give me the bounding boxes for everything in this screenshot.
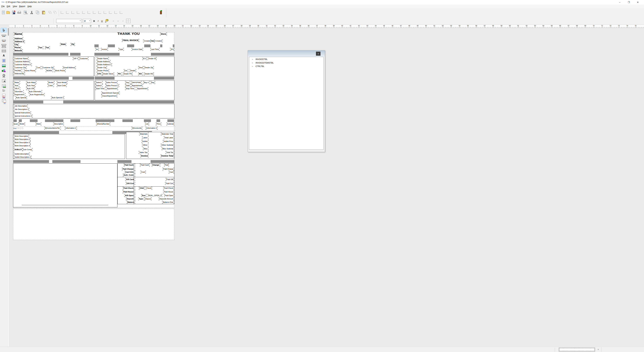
- items-if-expression1[interactable]: If(InvoiceItemsTbl.: [44, 127, 61, 130]
- col-inv[interactable]: Inv: [95, 48, 99, 51]
- menu-edit[interactable]: Edit: [6, 5, 11, 8]
- band-separator[interactable]: [150, 160, 174, 163]
- customer-state-field[interactable]: Cust: [36, 66, 41, 69]
- band-separator[interactable]: [70, 119, 80, 122]
- group-band-tool[interactable]: [0, 43, 7, 48]
- sub-comp-field[interactable]: Sub Comp: [22, 148, 32, 151]
- col-last-time[interactable]: Last Time: [150, 48, 160, 51]
- band-separator[interactable]: [63, 101, 174, 103]
- dealer-stock-field[interactable]: Dealer Stock: [102, 72, 114, 75]
- band-separator[interactable]: [127, 44, 134, 47]
- information1-field[interactable]: Information 1: [65, 127, 77, 130]
- stop-time-field[interactable]: Appointment: [136, 87, 148, 90]
- band-separator[interactable]: [144, 44, 150, 47]
- special-instructions-field[interactable]: Special Instructions: [14, 111, 31, 114]
- items-col-price[interactable]: Price: [156, 122, 161, 125]
- job-description2-field[interactable]: Job Description 2: [14, 108, 29, 111]
- table-item-invoiceitemstbl[interactable]: INVOICEITEMSTBL: [256, 62, 274, 64]
- band-separator[interactable]: [160, 44, 162, 47]
- band-separator[interactable]: [13, 53, 68, 56]
- materials-total-field[interactable]: Materials Total: [161, 133, 174, 135]
- work-description4-field[interactable]: Work Description 4: [14, 144, 31, 147]
- date-label[interactable]: Date:: [125, 84, 131, 87]
- deposit-type-field[interactable]: Deposi: [144, 197, 152, 200]
- materials-label[interactable]: Materials:: [139, 133, 148, 135]
- registration-label[interactable]: Registration:: [14, 93, 26, 96]
- phone-label[interactable]: PHONE:: [14, 69, 22, 72]
- grid-snap-button[interactable]: [126, 19, 130, 23]
- col-type[interactable]: Type: [118, 48, 124, 51]
- total-labor-field[interactable]: Total Labor: [164, 136, 174, 139]
- underline-button[interactable]: U: [100, 19, 104, 23]
- year-label[interactable]: Year:: [14, 84, 19, 87]
- customer-city-field[interactable]: Customer City: [14, 66, 27, 69]
- child-band-tool[interactable]: CHILD: [0, 38, 7, 43]
- home-phone-field[interactable]: Home Phone: [24, 69, 36, 72]
- band-separator[interactable]: [45, 119, 64, 122]
- dealer-id-label[interactable]: ID #: [142, 57, 147, 60]
- misc-subtotal-field[interactable]: Misc Subtotal: [162, 147, 174, 150]
- notes-box[interactable]: [13, 163, 118, 207]
- dealer-zip-field[interactable]: Dealer Zip: [144, 66, 154, 69]
- memo-tool[interactable]: [0, 58, 7, 63]
- menu-report[interactable]: Report: [18, 5, 26, 8]
- report-footer-band[interactable]: [13, 209, 174, 240]
- deposit-label[interactable]: Deposit :: [126, 197, 135, 200]
- band-separator[interactable]: [95, 77, 114, 80]
- band-separator[interactable]: [118, 160, 132, 163]
- company-address-field[interactable]: Address: [14, 37, 23, 40]
- stop-time-label[interactable]: Stop Time:: [125, 87, 135, 90]
- paid-check-field[interactable]: Paid Check: [163, 187, 174, 190]
- dealer-phone-field[interactable]: Dealer Phone: [96, 69, 109, 72]
- band-separator[interactable]: [94, 53, 120, 56]
- col-invoice-date[interactable]: Invoice Date: [132, 48, 143, 51]
- other-label[interactable]: Other:: [142, 144, 148, 146]
- company-address2-field[interactable]: Address 2: [14, 40, 25, 43]
- canvas-vertical-scrollbar[interactable]: [8, 28, 9, 347]
- appointment-special-field[interactable]: Appointment Special: [101, 91, 120, 94]
- print-preview-icon[interactable]: [23, 10, 28, 15]
- status-combobox[interactable]: [559, 348, 595, 352]
- check-field[interactable]: Check: [146, 187, 152, 190]
- store-field[interactable]: Store: [160, 32, 167, 35]
- items-col-subtotal[interactable]: Subtotal: [166, 122, 174, 125]
- odometer-label[interactable]: Odometer:: [14, 90, 24, 93]
- bold-button[interactable]: B: [92, 19, 96, 23]
- bay-field[interactable]: Bay: [150, 81, 155, 84]
- save-icon[interactable]: [12, 10, 16, 15]
- ar-open-label[interactable]: A/R Open :: [124, 194, 135, 197]
- invoice-total-field[interactable]: Invoice Total: [161, 155, 174, 157]
- auto-special2-field[interactable]: Auto Special 2: [51, 96, 64, 99]
- sublet-label[interactable]: SUBLET:: [14, 148, 23, 151]
- auto-make-field[interactable]: Auto Make: [26, 81, 36, 84]
- change-field[interactable]: Paid: [164, 164, 169, 166]
- customer-name-field[interactable]: Customer Name: [14, 57, 28, 60]
- data-fields-panel[interactable]: x > INVOICETBL > INVOICEITEMSTBL > CTRLT…: [248, 50, 325, 152]
- signature-line[interactable]: [22, 205, 108, 205]
- auto-model-field[interactable]: Auto Model: [57, 81, 68, 84]
- auto-registration-field[interactable]: Auto Registration: [29, 93, 44, 96]
- font-color-icon[interactable]: A: [105, 19, 109, 23]
- band-separator[interactable]: [13, 77, 69, 80]
- status-combo-chevron-icon[interactable]: ˅: [596, 348, 601, 352]
- band-separator[interactable]: [13, 160, 49, 163]
- font-size-select[interactable]: 10 ˅: [83, 19, 91, 23]
- items-if-expression2[interactable]: If(InvoiceIte: [132, 127, 142, 130]
- card-field[interactable]: Card: [140, 171, 146, 173]
- customer-address2-field[interactable]: Customer Address 2: [14, 63, 32, 66]
- special-instructions2-field[interactable]: Special instructions 2: [14, 115, 32, 117]
- panel-close-button[interactable]: x: [316, 52, 320, 56]
- open-icon[interactable]: [6, 10, 10, 15]
- sublet-total-label[interactable]: Sublet:: [142, 140, 148, 143]
- gift-cert-label[interactable]: Gift Cert:: [126, 182, 135, 185]
- system-variable-tool[interactable]: SYS: [0, 73, 7, 78]
- model-label[interactable]: Model:: [48, 81, 54, 84]
- paste-icon[interactable]: [42, 10, 46, 15]
- sales2-label[interactable]: Sales2:: [95, 84, 103, 87]
- items-col-quan[interactable]: Quan: [13, 122, 18, 125]
- scrollbar-thumb[interactable]: [8, 28, 9, 35]
- appointment-date-field[interactable]: Appointment: [131, 84, 143, 87]
- vip-label[interactable]: VIP #: [73, 57, 79, 60]
- table-item-invoicetbl[interactable]: INVOICETBL: [256, 58, 268, 60]
- expand-icon[interactable]: >: [252, 62, 253, 64]
